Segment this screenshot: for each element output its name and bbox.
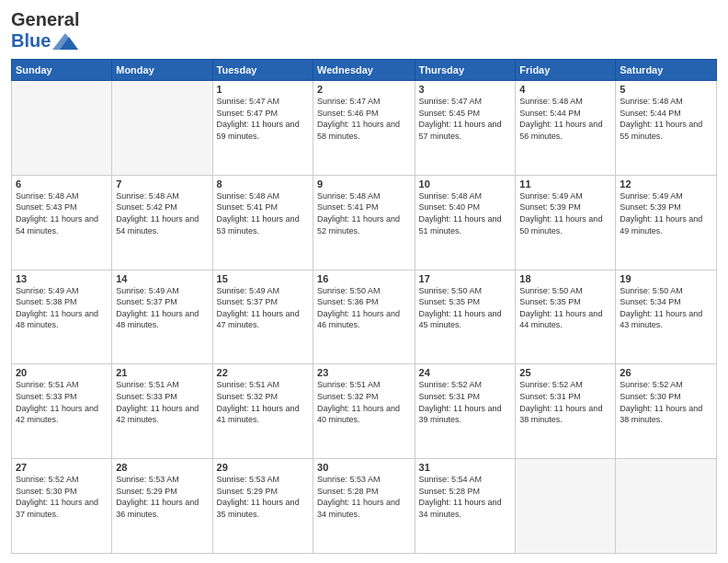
day-number: 22 — [217, 367, 309, 378]
day-number: 16 — [317, 273, 410, 284]
cell-info: Sunrise: 5:52 AMSunset: 5:30 PMDaylight:… — [16, 474, 108, 520]
calendar-cell: 7Sunrise: 5:48 AMSunset: 5:42 PMDaylight… — [112, 175, 212, 270]
calendar-cell — [516, 459, 616, 554]
day-number: 23 — [317, 367, 410, 378]
cell-info: Sunrise: 5:51 AMSunset: 5:33 PMDaylight:… — [16, 379, 108, 425]
day-number: 1 — [217, 84, 309, 95]
calendar-table: SundayMondayTuesdayWednesdayThursdayFrid… — [11, 59, 717, 554]
cell-info: Sunrise: 5:47 AMSunset: 5:45 PMDaylight:… — [419, 96, 512, 142]
day-number: 24 — [419, 367, 512, 378]
calendar-week-row: 6Sunrise: 5:48 AMSunset: 5:43 PMDaylight… — [12, 175, 717, 270]
weekday-header: Monday — [112, 60, 212, 81]
calendar-cell: 10Sunrise: 5:48 AMSunset: 5:40 PMDayligh… — [415, 175, 516, 270]
cell-info: Sunrise: 5:49 AMSunset: 5:38 PMDaylight:… — [16, 285, 108, 331]
cell-info: Sunrise: 5:50 AMSunset: 5:36 PMDaylight:… — [317, 285, 410, 331]
weekday-header: Thursday — [415, 60, 516, 81]
day-number: 18 — [519, 273, 611, 284]
calendar-cell: 20Sunrise: 5:51 AMSunset: 5:33 PMDayligh… — [12, 364, 112, 459]
calendar-cell: 27Sunrise: 5:52 AMSunset: 5:30 PMDayligh… — [12, 459, 112, 554]
calendar-week-row: 1Sunrise: 5:47 AMSunset: 5:47 PMDaylight… — [12, 81, 717, 176]
calendar-cell: 24Sunrise: 5:52 AMSunset: 5:31 PMDayligh… — [415, 364, 516, 459]
weekday-header: Wednesday — [313, 60, 415, 81]
calendar-cell: 13Sunrise: 5:49 AMSunset: 5:38 PMDayligh… — [12, 270, 112, 364]
cell-info: Sunrise: 5:48 AMSunset: 5:44 PMDaylight:… — [519, 96, 611, 142]
calendar-cell: 26Sunrise: 5:52 AMSunset: 5:30 PMDayligh… — [616, 364, 717, 459]
calendar-cell: 30Sunrise: 5:53 AMSunset: 5:28 PMDayligh… — [313, 459, 415, 554]
cell-info: Sunrise: 5:49 AMSunset: 5:39 PMDaylight:… — [519, 190, 611, 236]
day-number: 30 — [317, 462, 410, 473]
cell-info: Sunrise: 5:53 AMSunset: 5:29 PMDaylight:… — [116, 474, 208, 520]
calendar-cell: 31Sunrise: 5:54 AMSunset: 5:28 PMDayligh… — [415, 459, 516, 554]
calendar-cell: 28Sunrise: 5:53 AMSunset: 5:29 PMDayligh… — [112, 459, 212, 554]
cell-info: Sunrise: 5:50 AMSunset: 5:35 PMDaylight:… — [419, 285, 512, 331]
day-number: 13 — [16, 273, 108, 284]
cell-info: Sunrise: 5:53 AMSunset: 5:28 PMDaylight:… — [317, 474, 410, 520]
logo: General Blue — [11, 9, 79, 52]
cell-info: Sunrise: 5:50 AMSunset: 5:35 PMDaylight:… — [519, 285, 611, 331]
cell-info: Sunrise: 5:51 AMSunset: 5:32 PMDaylight:… — [317, 379, 410, 425]
calendar-cell: 1Sunrise: 5:47 AMSunset: 5:47 PMDaylight… — [212, 81, 313, 176]
cell-info: Sunrise: 5:49 AMSunset: 5:39 PMDaylight:… — [620, 190, 712, 236]
calendar-cell: 8Sunrise: 5:48 AMSunset: 5:41 PMDaylight… — [212, 175, 313, 270]
weekday-header: Saturday — [616, 60, 717, 81]
day-number: 10 — [419, 178, 512, 190]
calendar-cell — [616, 459, 717, 554]
cell-info: Sunrise: 5:51 AMSunset: 5:32 PMDaylight:… — [217, 379, 309, 425]
cell-info: Sunrise: 5:48 AMSunset: 5:43 PMDaylight:… — [16, 190, 108, 236]
calendar-cell: 5Sunrise: 5:48 AMSunset: 5:44 PMDaylight… — [616, 81, 717, 176]
logo-text: General Blue — [11, 9, 79, 52]
cell-info: Sunrise: 5:48 AMSunset: 5:40 PMDaylight:… — [419, 190, 512, 236]
weekday-header: Sunday — [12, 60, 112, 81]
calendar-cell: 11Sunrise: 5:49 AMSunset: 5:39 PMDayligh… — [516, 175, 616, 270]
cell-info: Sunrise: 5:48 AMSunset: 5:44 PMDaylight:… — [620, 96, 712, 142]
day-number: 20 — [16, 367, 108, 378]
calendar-cell: 15Sunrise: 5:49 AMSunset: 5:37 PMDayligh… — [212, 270, 313, 364]
day-number: 21 — [116, 367, 208, 378]
day-number: 7 — [116, 178, 208, 190]
calendar-cell: 12Sunrise: 5:49 AMSunset: 5:39 PMDayligh… — [616, 175, 717, 270]
day-number: 5 — [620, 84, 712, 95]
cell-info: Sunrise: 5:48 AMSunset: 5:41 PMDaylight:… — [217, 190, 309, 236]
calendar-cell: 21Sunrise: 5:51 AMSunset: 5:33 PMDayligh… — [112, 364, 212, 459]
calendar-cell: 19Sunrise: 5:50 AMSunset: 5:34 PMDayligh… — [616, 270, 717, 364]
day-number: 19 — [620, 273, 712, 284]
calendar-cell: 16Sunrise: 5:50 AMSunset: 5:36 PMDayligh… — [313, 270, 415, 364]
cell-info: Sunrise: 5:49 AMSunset: 5:37 PMDaylight:… — [116, 285, 208, 331]
calendar-week-row: 20Sunrise: 5:51 AMSunset: 5:33 PMDayligh… — [12, 364, 717, 459]
day-number: 6 — [16, 178, 108, 190]
day-number: 11 — [519, 178, 611, 190]
calendar-cell: 25Sunrise: 5:52 AMSunset: 5:31 PMDayligh… — [516, 364, 616, 459]
day-number: 26 — [620, 367, 712, 378]
header: General Blue — [11, 9, 717, 52]
day-number: 28 — [116, 462, 208, 473]
calendar-week-row: 13Sunrise: 5:49 AMSunset: 5:38 PMDayligh… — [12, 270, 717, 364]
cell-info: Sunrise: 5:52 AMSunset: 5:31 PMDaylight:… — [519, 379, 611, 425]
cell-info: Sunrise: 5:49 AMSunset: 5:37 PMDaylight:… — [217, 285, 309, 331]
day-number: 27 — [16, 462, 108, 473]
cell-info: Sunrise: 5:50 AMSunset: 5:34 PMDaylight:… — [620, 285, 712, 331]
cell-info: Sunrise: 5:47 AMSunset: 5:47 PMDaylight:… — [217, 96, 309, 142]
cell-info: Sunrise: 5:48 AMSunset: 5:41 PMDaylight:… — [317, 190, 410, 236]
cell-info: Sunrise: 5:54 AMSunset: 5:28 PMDaylight:… — [419, 474, 512, 520]
day-number: 31 — [419, 462, 512, 473]
day-number: 29 — [217, 462, 309, 473]
calendar-header-row: SundayMondayTuesdayWednesdayThursdayFrid… — [12, 60, 717, 81]
cell-info: Sunrise: 5:52 AMSunset: 5:31 PMDaylight:… — [419, 379, 512, 425]
calendar-cell: 2Sunrise: 5:47 AMSunset: 5:46 PMDaylight… — [313, 81, 415, 176]
calendar-cell: 14Sunrise: 5:49 AMSunset: 5:37 PMDayligh… — [112, 270, 212, 364]
cell-info: Sunrise: 5:48 AMSunset: 5:42 PMDaylight:… — [116, 190, 208, 236]
calendar-cell: 17Sunrise: 5:50 AMSunset: 5:35 PMDayligh… — [415, 270, 516, 364]
calendar-cell: 18Sunrise: 5:50 AMSunset: 5:35 PMDayligh… — [516, 270, 616, 364]
calendar-week-row: 27Sunrise: 5:52 AMSunset: 5:30 PMDayligh… — [12, 459, 717, 554]
calendar-cell: 6Sunrise: 5:48 AMSunset: 5:43 PMDaylight… — [12, 175, 112, 270]
day-number: 2 — [317, 84, 410, 95]
calendar-cell: 29Sunrise: 5:53 AMSunset: 5:29 PMDayligh… — [212, 459, 313, 554]
day-number: 25 — [519, 367, 611, 378]
page-container: General Blue SundayMondayTuesdayWednesda… — [0, 0, 728, 563]
day-number: 14 — [116, 273, 208, 284]
calendar-cell: 22Sunrise: 5:51 AMSunset: 5:32 PMDayligh… — [212, 364, 313, 459]
day-number: 9 — [317, 178, 410, 190]
cell-info: Sunrise: 5:51 AMSunset: 5:33 PMDaylight:… — [116, 379, 208, 425]
day-number: 17 — [419, 273, 512, 284]
cell-info: Sunrise: 5:52 AMSunset: 5:30 PMDaylight:… — [620, 379, 712, 425]
